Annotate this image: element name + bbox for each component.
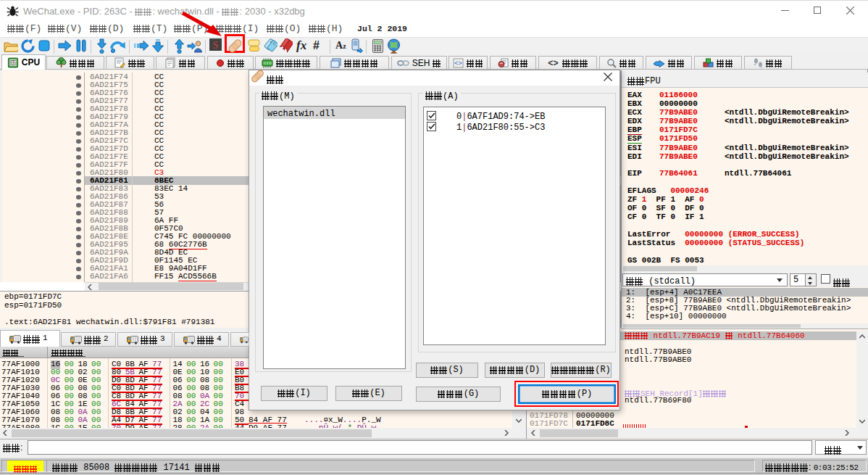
svg-text:S: S: [213, 40, 219, 51]
svg-text:<>: <>: [548, 59, 558, 67]
svg-text:32: 32: [10, 60, 16, 65]
svg-text:<>: <>: [454, 60, 462, 67]
